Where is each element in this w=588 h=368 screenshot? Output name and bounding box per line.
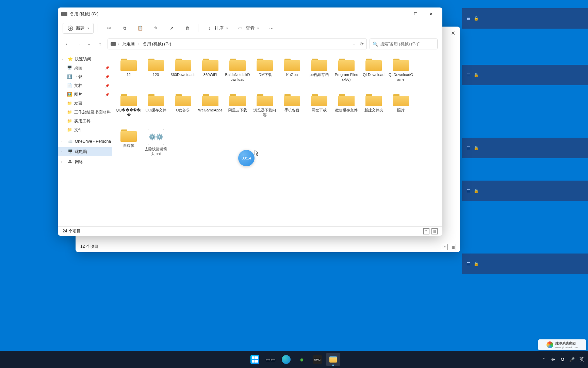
folder-item[interactable]: 微信缓存文件 bbox=[333, 91, 360, 127]
breadcrumb-item[interactable]: 此电脑 bbox=[121, 41, 136, 47]
folder-icon bbox=[175, 58, 191, 71]
details-view-icon[interactable]: ≡ bbox=[442, 244, 448, 250]
more-button[interactable]: ⋯ bbox=[264, 23, 278, 34]
chevron-right-icon[interactable]: › bbox=[61, 160, 65, 164]
folder-item[interactable]: 阿里云下载 bbox=[224, 91, 251, 127]
ime-indicator[interactable]: 英 bbox=[578, 356, 585, 363]
sidebar-this-pc[interactable]: › 🖥️ 此电脑 bbox=[58, 147, 112, 156]
sidebar-item[interactable]: 📁 文件 bbox=[58, 125, 112, 134]
folder-item[interactable]: 照片 bbox=[387, 91, 414, 127]
folder-label: 自媒体 bbox=[123, 143, 134, 148]
breadcrumb-item[interactable]: 备用 (机械) (G:) bbox=[142, 41, 173, 47]
sort-button[interactable]: ↕ 排序 ▾ bbox=[202, 23, 231, 34]
folder-item[interactable]: QQ�����|� bbox=[115, 91, 142, 127]
close-icon[interactable]: ✕ bbox=[451, 30, 455, 36]
sidebar-item[interactable]: 📁 实用工具 bbox=[58, 117, 112, 125]
folder-item[interactable]: WeGameApps bbox=[197, 91, 224, 127]
wechat-button[interactable]: ● bbox=[295, 353, 309, 366]
explorer-button[interactable] bbox=[326, 353, 340, 366]
watermark-brand: 纯净系统家园 bbox=[555, 341, 578, 346]
sidebar-network[interactable]: › 🖧 网络 bbox=[58, 157, 112, 166]
delete-button[interactable]: 🗑 bbox=[180, 23, 194, 34]
view-button[interactable]: ▭ 查看 ▾ bbox=[233, 23, 262, 34]
tray-up-icon[interactable]: ⌃ bbox=[540, 356, 546, 363]
sidebar-item[interactable]: ⬇️ 下载 📌 bbox=[58, 72, 112, 81]
breadcrumb-separator: › bbox=[138, 42, 139, 46]
folder-item[interactable]: 360WiFi bbox=[197, 56, 224, 91]
sidebar-onedrive[interactable]: › ☁️ OneDrive - Persona bbox=[58, 137, 112, 146]
chevron-right-icon[interactable]: › bbox=[61, 140, 65, 143]
paste-button[interactable]: 📋 bbox=[133, 23, 147, 34]
sidebar-item[interactable]: 📁 工作总结及书面材料 bbox=[58, 108, 112, 117]
tray-app-icon[interactable]: ❋ bbox=[550, 356, 556, 363]
up-button[interactable]: ↑ bbox=[95, 39, 105, 49]
folder-icon bbox=[338, 58, 355, 71]
search-box[interactable]: 🔍 bbox=[370, 39, 438, 49]
tray-m-icon[interactable]: M bbox=[559, 356, 566, 363]
titlebar[interactable]: 备用 (机械) (G:) ─ ☐ ✕ bbox=[58, 7, 442, 20]
folder-grid[interactable]: 12 123 360Downloads 360WiFi BaiduNetdisk… bbox=[112, 52, 442, 226]
chevron-down-icon[interactable]: ⌄ bbox=[61, 57, 65, 61]
search-input[interactable] bbox=[380, 42, 435, 46]
chevron-right-icon[interactable]: › bbox=[61, 150, 65, 153]
back-button[interactable]: ← bbox=[63, 39, 72, 49]
folder-item[interactable]: IDM下载 bbox=[251, 56, 278, 91]
folder-label: 浏览器下载内容 bbox=[252, 108, 278, 117]
folder-item[interactable]: QQ缓存文件 bbox=[142, 91, 169, 127]
desktop-icon: 🖥️ bbox=[67, 65, 72, 71]
start-button[interactable] bbox=[248, 353, 262, 366]
copy-button[interactable]: ⧉ bbox=[118, 23, 131, 34]
pin-icon: 📌 bbox=[105, 66, 109, 70]
file-item[interactable]: ⚙️⚙️ 去除快捷键箭头.bat bbox=[142, 127, 169, 162]
folder-icon bbox=[257, 93, 273, 106]
folder-item[interactable]: QLDownload bbox=[360, 56, 387, 91]
watermark: 纯净系统家园 www.yidaimei.com bbox=[538, 339, 586, 350]
new-button[interactable]: 新建 ▾ bbox=[63, 23, 94, 34]
close-button[interactable]: ✕ bbox=[423, 7, 439, 20]
sidebar-item-label: 图片 bbox=[74, 92, 82, 97]
folder-item[interactable]: 浏览器下载内容 bbox=[251, 91, 278, 127]
large-icons-view-icon[interactable]: ▦ bbox=[450, 244, 456, 250]
folder-item[interactable]: 123 bbox=[142, 56, 169, 91]
folder-item[interactable]: U盘备份 bbox=[169, 91, 197, 127]
epic-button[interactable]: EPIC bbox=[311, 353, 324, 366]
folder-item[interactable]: 手机备份 bbox=[278, 91, 306, 127]
details-view-icon[interactable]: ≡ bbox=[423, 228, 429, 234]
folder-item[interactable]: Program Files (x86) bbox=[333, 56, 360, 91]
folder-item[interactable]: BaiduNetdiskDownload bbox=[224, 56, 251, 91]
large-icons-view-icon[interactable]: ▦ bbox=[431, 228, 438, 234]
star-icon: ⭐ bbox=[67, 56, 73, 62]
edge-button[interactable] bbox=[279, 353, 293, 366]
sidebar-item[interactable]: 🖥️ 桌面 📌 bbox=[58, 63, 112, 72]
pin-icon: 📌 bbox=[105, 75, 109, 79]
sidebar-item[interactable]: 📄 文档 📌 bbox=[58, 81, 112, 90]
taskbar: ▭▭ ● EPIC ⌃ ❋ M 🎤 英 bbox=[0, 351, 588, 368]
sidebar-item-label: 发票 bbox=[74, 101, 82, 106]
folder-item[interactable]: 新建文件夹 bbox=[360, 91, 387, 127]
folder-item[interactable]: 12 bbox=[115, 56, 142, 91]
share-button[interactable]: ↗ bbox=[165, 23, 178, 34]
recent-button[interactable]: ⌄ bbox=[84, 39, 94, 49]
sidebar-item[interactable]: 📁 发票 bbox=[58, 99, 112, 108]
drive-icon bbox=[111, 42, 116, 46]
cut-button[interactable]: ✂ bbox=[102, 23, 116, 34]
maximize-button[interactable]: ☐ bbox=[408, 7, 423, 20]
address-bar[interactable]: › 此电脑 › 备用 (机械) (G:) ⌄ ⟳ bbox=[108, 39, 367, 49]
folder-item[interactable]: 网盘下载 bbox=[306, 91, 333, 127]
tray-mic-icon[interactable]: 🎤 bbox=[569, 356, 575, 363]
folder-item[interactable]: pe视频存档 bbox=[306, 56, 333, 91]
forward-button[interactable]: → bbox=[74, 39, 83, 49]
sidebar-quick-access[interactable]: ⌄ ⭐ 快速访问 bbox=[58, 55, 112, 63]
task-view-button[interactable]: ▭▭ bbox=[264, 353, 277, 366]
rename-button[interactable]: ✎ bbox=[149, 23, 163, 34]
folder-item[interactable]: QLDownloadGame bbox=[387, 56, 414, 91]
refresh-button[interactable]: ⟳ bbox=[360, 41, 364, 47]
chevron-down-icon[interactable]: ⌄ bbox=[353, 42, 356, 46]
sidebar-item[interactable]: 🖼️ 图片 📌 bbox=[58, 90, 112, 99]
folder-icon bbox=[257, 58, 273, 71]
folder-label: 照片 bbox=[397, 108, 405, 112]
folder-item[interactable]: KuGou bbox=[278, 56, 306, 91]
folder-item[interactable]: 360Downloads bbox=[169, 56, 197, 91]
minimize-button[interactable]: ─ bbox=[392, 7, 408, 20]
folder-item[interactable]: 自媒体 bbox=[115, 127, 142, 162]
